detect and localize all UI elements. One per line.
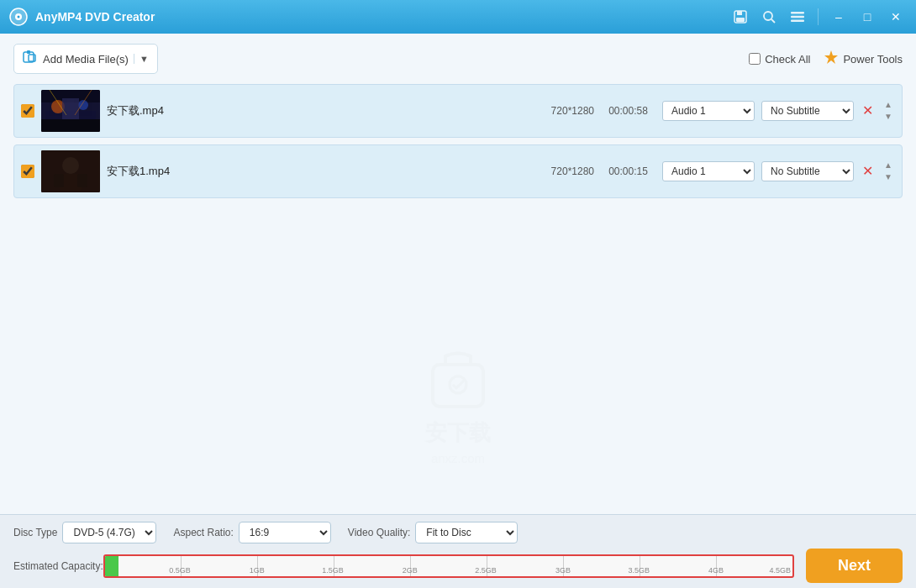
- disc-type-group: Disc Type DVD-5 (4.7G) DVD-9 (8.5G): [13, 522, 156, 543]
- power-tools-icon: [824, 50, 839, 68]
- file-duration-2: 00:00:15: [601, 165, 655, 177]
- window-title: AnyMP4 DVD Creator: [35, 10, 729, 24]
- file-move-buttons-1: ▲ ▼: [882, 100, 895, 122]
- svg-rect-13: [27, 50, 30, 54]
- file-name-1: 安下载.mp4: [107, 103, 524, 118]
- file-move-up-2[interactable]: ▲: [882, 160, 895, 171]
- svg-rect-8: [791, 12, 804, 14]
- toolbar-right: Check All Power Tools: [749, 50, 903, 68]
- watermark-area: 安下载 anxz.com: [13, 299, 903, 514]
- disc-type-select[interactable]: DVD-5 (4.7G) DVD-9 (8.5G): [62, 522, 156, 543]
- add-media-icon: [23, 50, 38, 68]
- disc-type-label: Disc Type: [13, 527, 57, 538]
- svg-rect-4: [737, 11, 742, 15]
- file-delete-button-1[interactable]: ✕: [861, 102, 875, 119]
- toolbar: Add Media File(s) ▼ Check All Power Tool…: [13, 44, 903, 74]
- file-thumbnail-2: [41, 150, 100, 192]
- add-media-button[interactable]: Add Media File(s) ▼: [13, 44, 158, 74]
- video-quality-group: Video Quality: Fit to Disc High Quality …: [348, 522, 519, 543]
- file-subtitle-select-2[interactable]: No Subtitle: [761, 161, 854, 181]
- file-duration-1: 00:00:58: [601, 105, 655, 117]
- svg-point-6: [764, 12, 772, 20]
- search-icon[interactable]: [757, 5, 781, 29]
- watermark: 安下载 anxz.com: [424, 348, 492, 465]
- capacity-fill: [105, 556, 118, 576]
- svg-rect-10: [791, 20, 804, 23]
- file-subtitle-select-1[interactable]: No Subtitle: [761, 101, 854, 121]
- file-audio-select-2[interactable]: Audio 1: [662, 161, 755, 181]
- file-list: 安下载.mp4 720*1280 00:00:58 Audio 1 No Sub…: [13, 84, 903, 299]
- svg-point-2: [18, 16, 20, 18]
- file-item-1: 安下载.mp4 720*1280 00:00:58 Audio 1 No Sub…: [13, 84, 903, 138]
- capacity-label: Estimated Capacity:: [13, 560, 103, 572]
- svg-rect-19: [41, 119, 100, 132]
- power-tools-button[interactable]: Power Tools: [824, 50, 903, 68]
- window-controls: – □ ✕: [729, 5, 908, 29]
- svg-rect-9: [791, 16, 804, 18]
- watermark-subtext: anxz.com: [431, 451, 485, 465]
- video-quality-select[interactable]: Fit to Disc High Quality Medium Quality …: [415, 522, 518, 543]
- add-media-dropdown-arrow[interactable]: ▼: [134, 54, 149, 64]
- svg-rect-20: [62, 98, 79, 119]
- aspect-ratio-select[interactable]: 16:9 4:3: [239, 522, 331, 543]
- file-checkbox-2[interactable]: [21, 165, 34, 178]
- app-logo: [8, 7, 29, 27]
- save-icon[interactable]: [729, 5, 752, 29]
- add-media-label: Add Media File(s): [43, 53, 129, 66]
- file-checkbox-1[interactable]: [21, 104, 34, 118]
- file-move-down-2[interactable]: ▼: [882, 172, 895, 182]
- file-resolution-1: 720*1280: [531, 105, 594, 117]
- svg-rect-12: [29, 55, 35, 61]
- main-content: Add Media File(s) ▼ Check All Power Tool…: [0, 34, 916, 514]
- power-tools-label: Power Tools: [843, 53, 903, 66]
- svg-line-7: [771, 19, 775, 23]
- next-button[interactable]: Next: [806, 549, 903, 583]
- capacity-bar: 0.5GB 1GB 1.5GB 2GB 2.5GB 3GB: [103, 554, 794, 578]
- close-button[interactable]: ✕: [884, 8, 908, 26]
- file-resolution-2: 720*1280: [531, 165, 594, 177]
- file-thumbnail-1: [41, 90, 100, 132]
- svg-rect-5: [736, 18, 745, 22]
- check-all-checkbox[interactable]: [749, 53, 761, 65]
- file-move-up-1[interactable]: ▲: [882, 100, 895, 110]
- video-quality-label: Video Quality:: [348, 527, 411, 538]
- minimize-button[interactable]: –: [827, 8, 850, 26]
- capacity-row: Estimated Capacity: 0.5GB 1GB 1.5GB 2GB: [13, 549, 903, 583]
- check-all-label: Check All: [765, 53, 810, 66]
- bottom-controls: Disc Type DVD-5 (4.7G) DVD-9 (8.5G) Aspe…: [13, 522, 903, 543]
- file-delete-button-2[interactable]: ✕: [861, 163, 875, 180]
- settings-icon[interactable]: [786, 5, 809, 29]
- file-audio-select-1[interactable]: Audio 1: [662, 101, 755, 121]
- file-move-down-1[interactable]: ▼: [882, 112, 895, 122]
- watermark-text: 安下载: [425, 418, 491, 448]
- titlebar: AnyMP4 DVD Creator: [0, 0, 916, 34]
- maximize-button[interactable]: □: [855, 8, 879, 26]
- file-move-buttons-2: ▲ ▼: [882, 160, 895, 182]
- file-name-2: 安下载1.mp4: [107, 164, 524, 179]
- check-all-control[interactable]: Check All: [749, 53, 810, 66]
- file-item-2: 安下载1.mp4 720*1280 00:00:15 Audio 1 No Su…: [13, 144, 903, 198]
- aspect-ratio-group: Aspect Ratio: 16:9 4:3: [173, 522, 330, 543]
- svg-rect-29: [41, 150, 100, 192]
- main-window: AnyMP4 DVD Creator: [0, 0, 916, 588]
- bottom-bar: Disc Type DVD-5 (4.7G) DVD-9 (8.5G) Aspe…: [0, 514, 916, 588]
- aspect-ratio-label: Aspect Ratio:: [173, 527, 233, 538]
